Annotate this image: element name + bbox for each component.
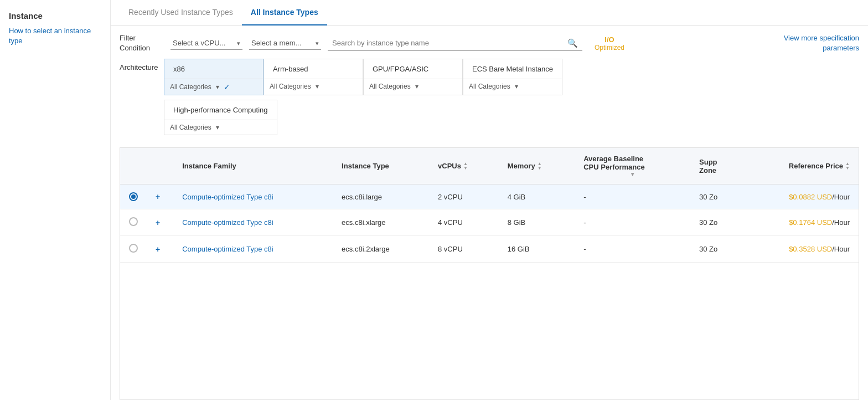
- arch-card-gpu-category[interactable]: All Categories ▾: [364, 79, 462, 94]
- row2-price: $0.1764 USD/Hour: [743, 209, 859, 236]
- th-instance-family: Instance Family: [173, 148, 333, 184]
- th-instance-type: Instance Type: [333, 148, 429, 184]
- table-row[interactable]: + Compute-optimized Type c8i ecs.c8i.lar…: [120, 184, 859, 209]
- arch-card-x86[interactable]: x86 All Categories ▾ ✓: [164, 59, 264, 95]
- memory-sort-icon: ▲▼: [538, 162, 542, 171]
- vcpu-select[interactable]: Select a vCPU...: [170, 37, 242, 50]
- io-optimized-toggle[interactable]: I/O Optimized: [595, 35, 624, 52]
- row2-type: ecs.c8i.xlarge: [333, 209, 429, 236]
- mem-select-wrapper: Select a mem...: [249, 37, 321, 50]
- architecture-cards: x86 All Categories ▾ ✓ Arm-based: [164, 59, 562, 95]
- view-more-link[interactable]: View more specificationparameters: [784, 33, 859, 53]
- table-row[interactable]: + Compute-optimized Type c8i ecs.c8i.xla…: [120, 209, 859, 236]
- row3-expand-cell[interactable]: +: [147, 236, 173, 263]
- row2-radio[interactable]: [129, 217, 138, 226]
- architecture-label: Architecture: [120, 59, 164, 71]
- row2-radio-cell[interactable]: [120, 209, 147, 236]
- row3-family: Compute-optimized Type c8i: [173, 236, 333, 263]
- row3-price: $0.3528 USD/Hour: [743, 236, 859, 263]
- instance-table-area: Instance Family Instance Type vCPUs ▲▼: [120, 147, 859, 400]
- arch-card-x86-title: x86: [164, 59, 263, 79]
- row1-radio[interactable]: [129, 192, 138, 201]
- row3-radio[interactable]: [129, 244, 138, 253]
- content-wrap: FilterCondition Select a vCPU... Select …: [111, 25, 868, 400]
- tabs-bar: Recently Used Instance Types All Instanc…: [111, 0, 868, 25]
- search-wrapper: 🔍: [328, 36, 582, 51]
- row1-supp-zone: 30 Zo: [690, 184, 743, 209]
- arch-card-hpc[interactable]: High-performance Computing All Categorie…: [164, 100, 277, 135]
- search-icon: 🔍: [567, 38, 578, 48]
- th-memory[interactable]: Memory ▲▼: [499, 148, 575, 184]
- arch-card-hpc-title: High-performance Computing: [164, 100, 277, 120]
- th-vcpus[interactable]: vCPUs ▲▼: [429, 148, 499, 184]
- instance-table: Instance Family Instance Type vCPUs ▲▼: [120, 148, 859, 263]
- row3-cpu-perf: -: [575, 236, 690, 263]
- row2-family: Compute-optimized Type c8i: [173, 209, 333, 236]
- row3-supp-zone: 30 Zo: [690, 236, 743, 263]
- mem-select[interactable]: Select a mem...: [249, 37, 321, 50]
- hpc-card-row: High-performance Computing All Categorie…: [164, 100, 859, 135]
- th-cpu-performance: Average BaselineCPU Performance ▼: [575, 148, 690, 184]
- th-supp-zone: SuppZone: [690, 148, 743, 184]
- sidebar: Instance How to select an instance type: [0, 0, 111, 400]
- vcpu-sort-icon: ▲▼: [463, 162, 468, 171]
- arch-card-arm-category[interactable]: All Categories ▾: [264, 79, 363, 94]
- row1-expand-cell[interactable]: +: [147, 184, 173, 209]
- row3-vcpus: 8 vCPU: [429, 236, 499, 263]
- row1-price: $0.0882 USD/Hour: [743, 184, 859, 209]
- arch-card-x86-category[interactable]: All Categories ▾ ✓: [164, 79, 263, 95]
- row3-memory: 16 GiB: [499, 236, 575, 263]
- arch-card-arm[interactable]: Arm-based All Categories ▾: [264, 59, 363, 95]
- row1-expand-icon[interactable]: +: [156, 192, 160, 201]
- tab-recently-used[interactable]: Recently Used Instance Types: [120, 0, 242, 25]
- row2-expand-icon[interactable]: +: [156, 218, 160, 227]
- arch-card-bare-metal-category[interactable]: All Categories ▾: [463, 79, 562, 94]
- io-optimized-text: Optimized: [595, 44, 624, 52]
- filter-condition-label: FilterCondition: [120, 33, 164, 53]
- th-reference-price[interactable]: Reference Price ▲▼: [743, 148, 859, 184]
- table-body: + Compute-optimized Type c8i ecs.c8i.lar…: [120, 184, 859, 263]
- row2-memory: 8 GiB: [499, 209, 575, 236]
- tab-all-instance-types[interactable]: All Instance Types: [242, 0, 327, 25]
- architecture-row: Architecture x86 All Categories ▾ ✓: [120, 59, 859, 95]
- row2-vcpus: 4 vCPU: [429, 209, 499, 236]
- sidebar-title: Instance: [9, 11, 101, 20]
- row1-memory: 4 GiB: [499, 184, 575, 209]
- vcpu-select-wrapper: Select a vCPU...: [170, 37, 242, 50]
- row1-cpu-perf: -: [575, 184, 690, 209]
- arch-card-arm-title: Arm-based: [264, 59, 363, 79]
- arch-card-bare-metal[interactable]: ECS Bare Metal Instance All Categories ▾: [463, 59, 562, 95]
- table-header-row: Instance Family Instance Type vCPUs ▲▼: [120, 148, 859, 184]
- row3-radio-cell[interactable]: [120, 236, 147, 263]
- row1-family: Compute-optimized Type c8i: [173, 184, 333, 209]
- search-input[interactable]: [332, 39, 565, 47]
- row3-type: ecs.c8i.2xlarge: [333, 236, 429, 263]
- th-select: [120, 148, 147, 184]
- arch-card-gpu[interactable]: GPU/FPGA/ASIC All Categories ▾: [363, 59, 463, 95]
- filter-condition-row: FilterCondition Select a vCPU... Select …: [120, 33, 859, 53]
- arch-card-bare-metal-title: ECS Bare Metal Instance: [463, 59, 562, 79]
- row2-cpu-perf: -: [575, 209, 690, 236]
- sidebar-help-link[interactable]: How to select an instance type: [9, 26, 101, 46]
- row2-expand-cell[interactable]: +: [147, 209, 173, 236]
- x86-checkmark: ✓: [224, 83, 230, 91]
- io-label: I/O: [604, 35, 614, 44]
- table-row[interactable]: + Compute-optimized Type c8i ecs.c8i.2xl…: [120, 236, 859, 263]
- arch-card-gpu-title: GPU/FPGA/ASIC: [364, 59, 462, 79]
- row3-expand-icon[interactable]: +: [156, 245, 160, 254]
- row1-vcpus: 2 vCPU: [429, 184, 499, 209]
- th-expand: [147, 148, 173, 184]
- row1-radio-cell[interactable]: [120, 184, 147, 209]
- row1-type: ecs.c8i.large: [333, 184, 429, 209]
- cpu-perf-filter-icon[interactable]: ▼: [583, 171, 681, 177]
- main-content: Recently Used Instance Types All Instanc…: [111, 0, 868, 400]
- arch-card-hpc-category[interactable]: All Categories ▾: [164, 120, 277, 135]
- price-sort-icon: ▲▼: [845, 162, 850, 171]
- row2-supp-zone: 30 Zo: [690, 209, 743, 236]
